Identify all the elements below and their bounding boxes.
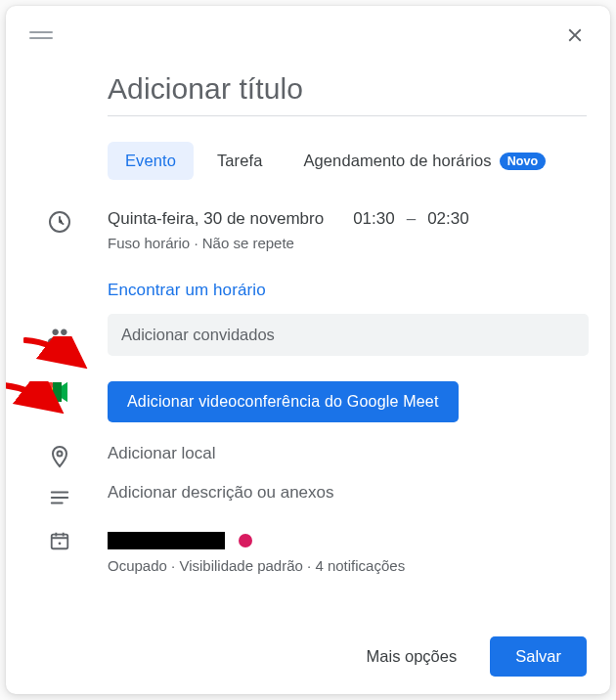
location-placeholder: Adicionar local — [108, 444, 216, 462]
dialog-footer: Mais opções Salvar — [351, 636, 587, 677]
tab-event[interactable]: Evento — [108, 142, 194, 180]
svg-rect-1 — [53, 382, 62, 402]
event-type-tabs: Evento Tarefa Agendamento de horários No… — [108, 142, 583, 180]
people-icon — [47, 324, 72, 349]
drag-handle-icon[interactable] — [29, 30, 53, 40]
add-meet-button[interactable]: Adicionar videoconferência do Google Mee… — [108, 381, 459, 422]
close-button[interactable] — [555, 16, 594, 55]
google-meet-icon — [47, 379, 72, 405]
clock-icon — [47, 209, 72, 235]
calendar-row[interactable]: Ocupado · Visibilidade padrão · 4 notifi… — [108, 516, 583, 582]
description-placeholder: Adicionar descrição ou anexos — [108, 483, 334, 502]
svg-marker-4 — [62, 382, 67, 402]
add-guests-input[interactable] — [108, 314, 589, 356]
dialog-topbar — [6, 6, 610, 57]
calendar-owner-name — [108, 532, 225, 549]
event-end-time[interactable]: 02:30 — [427, 209, 469, 229]
svg-rect-3 — [48, 388, 53, 396]
tab-scheduling-label: Agendamento de horários — [303, 152, 491, 170]
notification-count[interactable]: 4 notificações — [315, 557, 405, 574]
description-icon — [47, 485, 72, 510]
close-icon — [564, 24, 586, 46]
event-date[interactable]: Quinta-feira, 30 de novembro — [108, 209, 324, 229]
more-options-button[interactable]: Mais opções — [351, 637, 473, 676]
availability-status[interactable]: Ocupado — [108, 557, 167, 574]
new-badge: Novo — [500, 153, 547, 170]
visibility-status[interactable]: Visibilidade padrão — [179, 557, 302, 574]
find-time-link[interactable]: Encontrar um horário — [108, 281, 583, 300]
time-separator: – — [407, 209, 416, 229]
event-start-time[interactable]: 01:30 — [353, 209, 395, 229]
save-button[interactable]: Salvar — [490, 636, 587, 677]
guests-row — [108, 314, 583, 364]
location-row[interactable]: Adicionar local — [108, 430, 583, 477]
meet-row: Adicionar videoconferência do Google Mee… — [108, 364, 583, 430]
svg-point-5 — [58, 452, 63, 457]
timezone-link[interactable]: Fuso horário — [108, 235, 190, 251]
location-icon — [47, 444, 72, 469]
quick-event-dialog: Evento Tarefa Agendamento de horários No… — [6, 6, 610, 694]
svg-point-7 — [59, 542, 62, 545]
tab-task[interactable]: Tarefa — [199, 142, 280, 180]
svg-rect-0 — [48, 382, 53, 388]
calendar-icon — [47, 528, 72, 553]
svg-rect-2 — [48, 396, 53, 402]
recurrence-link[interactable]: Não se repete — [202, 235, 294, 251]
datetime-row[interactable]: Quinta-feira, 30 de novembro 01:30 – 02:… — [108, 201, 583, 259]
tab-scheduling[interactable]: Agendamento de horários Novo — [286, 142, 563, 180]
description-row[interactable]: Adicionar descrição ou anexos — [108, 477, 583, 516]
calendar-color-dot — [239, 534, 252, 547]
event-title-input[interactable] — [108, 66, 587, 116]
dialog-content: Evento Tarefa Agendamento de horários No… — [6, 57, 610, 582]
svg-rect-6 — [52, 535, 68, 549]
